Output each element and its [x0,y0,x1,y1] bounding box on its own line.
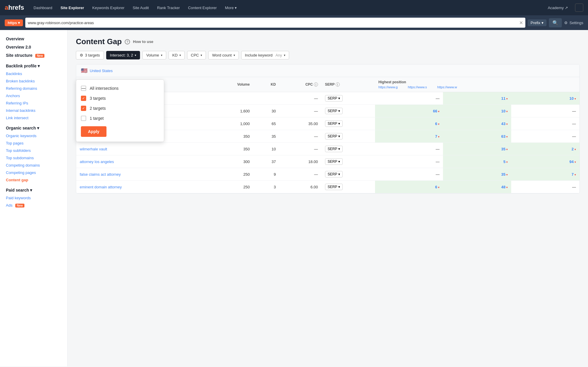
sidebar-item-site-structure[interactable]: Site structure New [0,51,67,59]
serp-button[interactable]: SERP ▾ [325,95,343,102]
chevron-down-icon: ▾ [284,54,285,57]
chevron-down-icon: ▾ [338,134,340,138]
table-row: wilmerhale vault 350 10 — SERP ▾ — 35 ▾ … [76,143,579,155]
serp-info-icon[interactable]: i [336,82,340,87]
url-input[interactable] [28,21,519,25]
nav-academy[interactable]: Academy ↗ [544,4,572,12]
three-targets-checkbox[interactable]: ✓ [81,96,86,101]
cpc-filter[interactable]: CPC ▾ [187,51,206,59]
country-selector[interactable]: 🇺🇸 United States [81,67,113,74]
kd-filter[interactable]: KD ▾ [169,51,185,59]
sidebar-backlink-profile[interactable]: Backlink profile ▾ [0,62,67,70]
kd-cell: 3 [253,181,279,193]
one-target-checkbox[interactable] [81,116,86,121]
sidebar-item-competing-domains[interactable]: Competing domains [0,162,67,169]
sidebar-item-link-intersect[interactable]: Link intersect [0,114,67,122]
kd-cell: 9 [253,168,279,181]
word-count-filter[interactable]: Word count ▾ [208,51,239,59]
logo[interactable]: ahrefs [5,4,24,11]
sidebar-item-backlinks[interactable]: Backlinks [0,70,67,77]
pos1-cell: — [375,92,443,105]
serp-button[interactable]: SERP ▾ [325,158,343,165]
country-label[interactable]: United States [90,69,113,73]
cpc-cell: — [279,143,322,155]
keyword-cell[interactable]: false claims act attorney [76,168,211,181]
serp-button[interactable]: SERP ▾ [325,171,343,177]
serp-button[interactable]: SERP ▾ [325,133,343,140]
keyword-cell[interactable]: eminent domain attorney [76,181,211,193]
pos3-cell: 7 ▾ [511,168,579,181]
volume-filter[interactable]: Volume ▾ [142,51,166,59]
chevron-down-icon: ▾ [338,109,340,113]
keyword-cell[interactable]: attorney los angeles [76,155,211,168]
chevron-down-icon: ▾ [338,122,340,126]
search-button[interactable]: 🔍 [549,18,562,27]
protocol-selector[interactable]: https ▾ [5,19,23,26]
url-input-wrap: ✕ [25,18,525,28]
serp-button[interactable]: SERP ▾ [325,184,343,190]
nav-site-audit[interactable]: Site Audit [129,4,152,12]
volume-cell: 1,600 [211,105,253,117]
top-navigation: ahrefs Dashboard Site Explorer Keywords … [0,0,588,15]
sidebar-item-top-pages[interactable]: Top pages [0,140,67,147]
filters-bar: ⚙ 3 targets Intersect: 3, 2 ▾ Volume ▾ K… [76,51,580,59]
sidebar-item-ads[interactable]: Ads New [0,202,67,209]
pos3-cell: — [511,105,579,117]
sidebar-item-competing-pages[interactable]: Competing pages [0,169,67,176]
help-icon[interactable]: ? [125,39,130,44]
nav-more[interactable]: More ▾ [221,4,240,12]
all-intersections-checkbox[interactable]: — [81,86,86,91]
sidebar-item-content-gap[interactable]: Content gap [0,176,67,184]
dropdown-2-targets[interactable]: ✓ 2 targets [76,103,164,113]
nav-rank-tracker[interactable]: Rank Tracker [154,4,183,12]
serp-button[interactable]: SERP ▾ [325,146,343,152]
two-targets-checkbox[interactable]: ✓ [81,106,86,111]
include-keyword-filter[interactable]: Include keyword Any ▾ [241,51,289,59]
volume-cell: 350 [211,143,253,155]
pos1-cell: 66 ▾ [375,105,443,117]
keyword-cell[interactable]: wilmerhale vault [76,143,211,155]
url-clear-button[interactable]: ✕ [519,20,523,26]
dropdown-1-target[interactable]: 1 target [76,113,164,123]
kd-cell [253,92,279,105]
sidebar-item-paid-keywords[interactable]: Paid keywords [0,194,67,202]
dropdown-all-intersections[interactable]: — All intersections [76,83,164,93]
nav-window-icon[interactable] [575,4,583,12]
volume-cell: 350 [211,130,253,143]
sidebar-item-internal-backlinks[interactable]: Internal backlinks [0,107,67,114]
targets-filter[interactable]: ⚙ 3 targets [76,51,104,59]
chevron-down-icon: ▾ [135,54,136,57]
sidebar-item-anchors[interactable]: Anchors [0,92,67,99]
nav-dashboard[interactable]: Dashboard [30,4,56,12]
nav-keywords-explorer[interactable]: Keywords Explorer [89,4,128,12]
intersect-filter[interactable]: Intersect: 3, 2 ▾ [106,51,140,59]
nav-content-explorer[interactable]: Content Explorer [184,4,220,12]
url-mode-selector[interactable]: Prefix ▾ [528,19,547,26]
serp-cell: SERP ▾ [322,92,375,105]
sidebar-item-top-subdomains[interactable]: Top subdomains [0,154,67,162]
dropdown-3-targets[interactable]: ✓ 3 targets [76,93,164,103]
cpc-cell: 6.00 [279,181,322,193]
sidebar-item-top-subfolders[interactable]: Top subfolders [0,147,67,154]
sidebar-item-referring-domains[interactable]: Referring domains [0,85,67,92]
serp-button[interactable]: SERP ▾ [325,108,343,114]
sidebar-item-broken-backlinks[interactable]: Broken backlinks [0,77,67,85]
volume-cell: 1,000 [211,117,253,130]
sidebar-item-overview-2[interactable]: Overview 2.0 [0,43,67,51]
nav-site-explorer[interactable]: Site Explorer [57,4,88,12]
table-row: attorney los angeles 300 37 18.00 SERP ▾… [76,155,579,168]
serp-cell: SERP ▾ [322,168,375,181]
cpc-info-icon[interactable]: i [314,82,318,87]
apply-button[interactable]: Apply [81,126,106,137]
chevron-down-icon: ▾ [234,54,235,57]
url-header-3: https://www.w [437,85,467,89]
serp-button[interactable]: SERP ▾ [325,120,343,127]
sidebar-paid-search[interactable]: Paid search ▾ [0,186,67,194]
how-to-use-link[interactable]: How to use [133,39,153,44]
sidebar-item-referring-ips[interactable]: Referring IPs [0,99,67,107]
sidebar-item-overview[interactable]: Overview [0,35,67,43]
serp-cell: SERP ▾ [322,181,375,193]
settings-button[interactable]: ⚙ Settings [564,21,583,25]
sidebar-organic-search[interactable]: Organic search ▾ [0,124,67,132]
sidebar-item-organic-keywords[interactable]: Organic keywords [0,132,67,140]
